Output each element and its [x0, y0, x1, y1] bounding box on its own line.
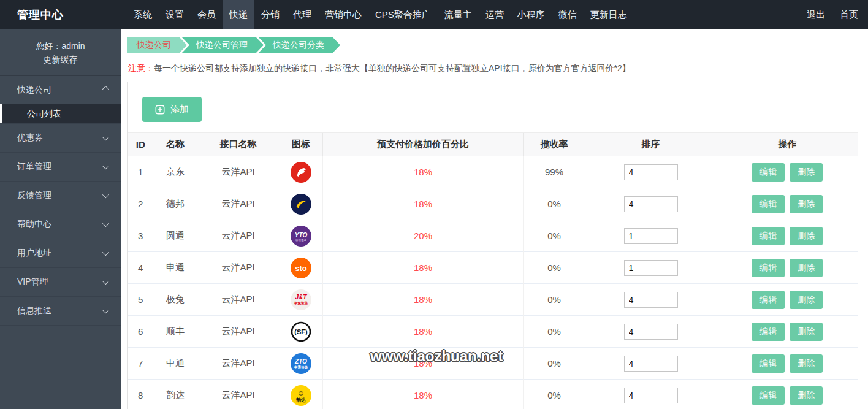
sidebar-item-3[interactable]: 反馈管理	[0, 182, 121, 210]
cell-actions: 编辑删除	[717, 156, 858, 188]
cell-actions: 编辑删除	[717, 348, 858, 380]
breadcrumb-item-0[interactable]: 快递公司	[127, 37, 187, 53]
svg-text:圆通速递: 圆通速递	[295, 238, 307, 242]
sidebar-item-1[interactable]: 优惠券	[0, 124, 121, 152]
cell-name: 极兔	[154, 284, 197, 316]
nav-item-6[interactable]: 营销中心	[318, 0, 368, 29]
cell-name: 京东	[154, 156, 197, 188]
delete-button[interactable]: 删除	[790, 259, 823, 277]
table-header-row: ID名称接口名称图标预支付价格加价百分比揽收率排序操作	[128, 133, 858, 156]
main-content: 快递公司快递公司管理快递公司分类 注意：每一个快递公司都支持添加独立的快递接口，…	[121, 29, 868, 409]
table-row: 2德邦云洋API18%0%编辑删除	[128, 188, 858, 220]
sidebar-item-7[interactable]: 信息推送	[0, 297, 121, 325]
sidebar-item-0[interactable]: 快递公司	[0, 76, 121, 104]
cell-icon	[280, 156, 322, 188]
sort-input[interactable]	[624, 292, 678, 308]
cell-sort	[585, 188, 717, 220]
cell-actions: 编辑删除	[717, 220, 858, 252]
chevron-down-icon	[102, 191, 109, 198]
jt-icon: J&T极兔速递	[291, 289, 311, 310]
nav-item-12[interactable]: 更新日志	[584, 0, 634, 29]
refresh-cache-link[interactable]: 更新缓存	[0, 53, 121, 66]
cell-icon: ZTO中通快递	[280, 348, 322, 380]
sidebar-item-4[interactable]: 帮助中心	[0, 210, 121, 239]
nav-right-item-1[interactable]: 首页	[840, 0, 858, 29]
cell-name: 韵达	[154, 380, 197, 409]
cell-markup: 18%	[322, 348, 523, 380]
add-button[interactable]: 添加	[142, 97, 202, 122]
edit-button[interactable]: 编辑	[752, 323, 785, 341]
edit-button[interactable]: 编辑	[752, 227, 785, 245]
edit-button[interactable]: 编辑	[752, 354, 785, 373]
table-row: 5极兔云洋APIJ&T极兔速递18%0%编辑删除	[128, 284, 858, 316]
cell-actions: 编辑删除	[717, 188, 858, 220]
delete-button[interactable]: 删除	[790, 291, 823, 309]
cell-api-name: 云洋API	[197, 284, 280, 316]
nav-right-item-0[interactable]: 退出	[807, 0, 825, 29]
breadcrumb-item-2[interactable]: 快递公司分类	[258, 37, 340, 53]
column-header-0: ID	[128, 133, 154, 156]
cell-id: 4	[128, 252, 154, 284]
svg-text:☺: ☺	[297, 389, 305, 397]
edit-button[interactable]: 编辑	[752, 259, 785, 277]
sort-input[interactable]	[624, 228, 678, 244]
cell-pickup-rate: 0%	[523, 348, 585, 380]
table-row: 6顺丰云洋API(SF)18%0%编辑删除	[128, 316, 858, 348]
sidebar-subitem-0-0[interactable]: 公司列表	[0, 104, 121, 123]
cell-api-name: 云洋API	[197, 316, 280, 348]
nav-item-0[interactable]: 系统	[127, 0, 159, 29]
nav-menu: 系统设置会员快递分销代理营销中心CPS聚合推广流量主运营小程序微信更新日志	[127, 0, 634, 29]
nav-item-9[interactable]: 运营	[479, 0, 511, 29]
sidebar-item-5[interactable]: 用户地址	[0, 239, 121, 267]
cell-pickup-rate: 99%	[523, 156, 585, 188]
sidebar-item-label: 订单管理	[17, 161, 51, 172]
sidebar-item-2[interactable]: 订单管理	[0, 153, 121, 181]
cell-markup: 18%	[322, 284, 523, 316]
sort-input[interactable]	[624, 260, 678, 276]
nav-item-11[interactable]: 微信	[552, 0, 584, 29]
yunda-icon: ☺韵达	[291, 385, 311, 406]
sort-input[interactable]	[624, 196, 678, 212]
plus-icon	[155, 105, 165, 115]
cell-id: 5	[128, 284, 154, 316]
chevron-up-icon	[102, 86, 109, 93]
svg-text:极兔速递: 极兔速递	[294, 301, 308, 305]
delete-button[interactable]: 删除	[790, 195, 823, 213]
edit-button[interactable]: 编辑	[752, 291, 785, 309]
svg-text:韵达: 韵达	[296, 397, 306, 403]
nav-item-7[interactable]: CPS聚合推广	[368, 0, 438, 29]
nav-item-1[interactable]: 设置	[159, 0, 191, 29]
nav-item-4[interactable]: 分销	[254, 0, 286, 29]
markup-value: 18%	[414, 167, 432, 177]
chevron-down-icon	[102, 278, 109, 285]
nav-item-2[interactable]: 会员	[191, 0, 223, 29]
sidebar-item-6[interactable]: VIP管理	[0, 268, 121, 296]
delete-button[interactable]: 删除	[790, 323, 823, 341]
zto-icon: ZTO中通快递	[291, 353, 311, 374]
sort-input[interactable]	[624, 356, 678, 372]
edit-button[interactable]: 编辑	[752, 195, 785, 213]
table-row: 7中通云洋APIZTO中通快递18%0%编辑删除	[128, 348, 858, 380]
delete-button[interactable]: 删除	[790, 163, 823, 182]
delete-button[interactable]: 删除	[790, 386, 823, 405]
sort-input[interactable]	[624, 164, 678, 180]
edit-button[interactable]: 编辑	[752, 386, 785, 405]
sort-input[interactable]	[624, 388, 678, 403]
nav-item-5[interactable]: 代理	[286, 0, 318, 29]
nav-item-8[interactable]: 流量主	[438, 0, 479, 29]
delete-button[interactable]: 删除	[790, 227, 823, 245]
column-header-4: 预支付价格加价百分比	[322, 133, 523, 156]
cell-api-name: 云洋API	[197, 252, 280, 284]
breadcrumb-item-1[interactable]: 快递公司管理	[181, 37, 264, 53]
edit-button[interactable]: 编辑	[752, 163, 785, 182]
column-header-6: 排序	[585, 133, 717, 156]
nav-item-3[interactable]: 快递	[223, 0, 254, 29]
sort-input[interactable]	[624, 324, 678, 340]
cell-icon: (SF)	[280, 316, 322, 348]
nav-item-10[interactable]: 小程序	[511, 0, 552, 29]
cell-sort	[585, 220, 717, 252]
delete-button[interactable]: 删除	[790, 354, 823, 373]
cell-id: 6	[128, 316, 154, 348]
markup-value: 18%	[414, 358, 432, 369]
cell-pickup-rate: 0%	[523, 188, 585, 220]
